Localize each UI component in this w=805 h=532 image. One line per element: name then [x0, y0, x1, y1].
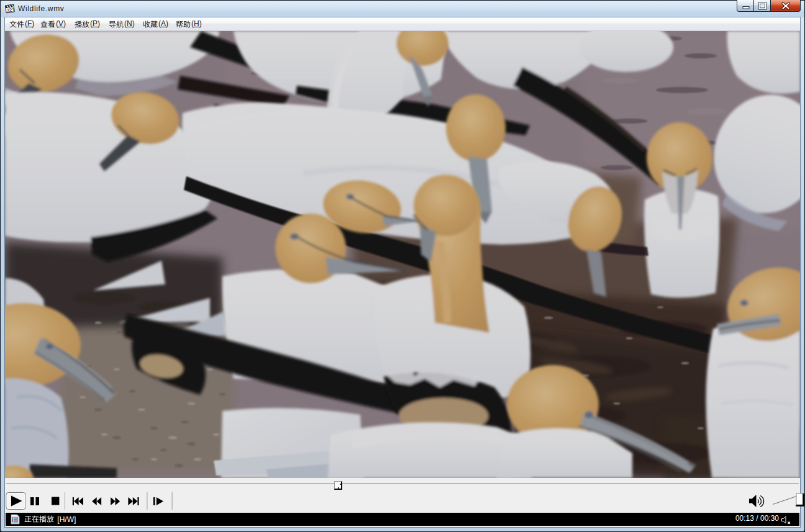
svg-text:1: 1 — [11, 6, 15, 13]
